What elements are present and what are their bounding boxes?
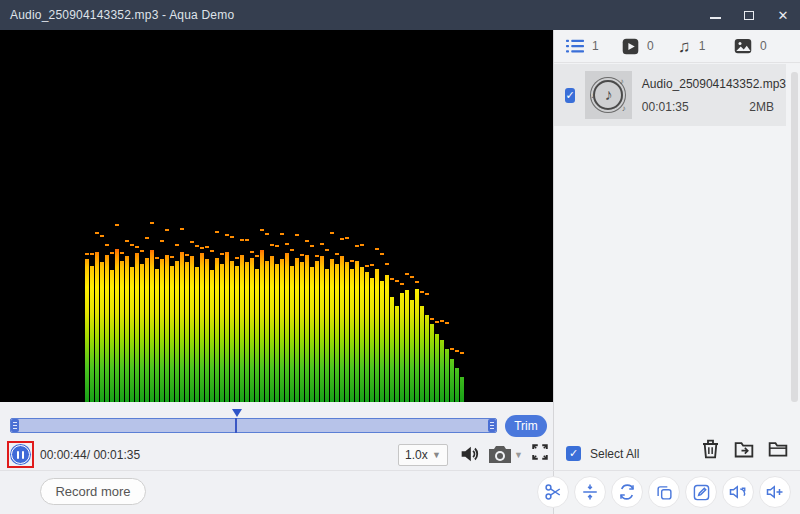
record-more-button[interactable]: Record more: [40, 478, 146, 505]
tab-audio[interactable]: ♫ 1: [678, 38, 734, 55]
playback-speed-select[interactable]: 1.0x ▼: [398, 444, 448, 466]
screenshot-button[interactable]: [488, 445, 512, 464]
peak-indicator: [345, 237, 349, 239]
copy-icon: [656, 484, 673, 501]
spectrum-bar: [255, 269, 259, 402]
spectrum-bar: [385, 275, 389, 402]
playhead-marker-icon[interactable]: [232, 409, 242, 417]
peak-indicator: [210, 250, 214, 252]
seek-track[interactable]: [10, 418, 497, 433]
spectrum-bar: [305, 255, 309, 402]
spectrum-bar: [415, 289, 419, 402]
minimize-icon[interactable]: [698, 0, 732, 30]
trim-end-handle[interactable]: [488, 419, 496, 432]
spectrum-bar: [400, 293, 404, 402]
playhead[interactable]: [235, 418, 237, 433]
duplicate-tool-button[interactable]: [648, 476, 680, 508]
tab-all[interactable]: 1: [566, 39, 622, 54]
folder-icon: [768, 439, 788, 459]
merge-tool-button[interactable]: [574, 476, 606, 508]
time-display: 00:00:44/ 00:01:35: [40, 448, 140, 462]
seek-bar[interactable]: [10, 418, 497, 433]
peak-indicator: [275, 245, 279, 247]
audio-thumbnail: ♪ ♪ ♪ ♪: [585, 71, 632, 119]
peak-indicator: [180, 228, 184, 230]
spectrum-bar: [200, 253, 204, 402]
export-button[interactable]: [734, 439, 754, 459]
pause-button[interactable]: [11, 445, 30, 464]
delete-button[interactable]: [701, 439, 720, 459]
spectrum-bar: [85, 259, 89, 402]
peak-indicator: [165, 229, 169, 231]
scissors-icon: [544, 483, 562, 501]
spectrum-bar: [140, 264, 144, 402]
spectrum-bar: [270, 256, 274, 402]
select-all-checkbox[interactable]: ✓: [566, 446, 581, 461]
peak-indicator: [105, 244, 109, 246]
file-list-item[interactable]: ✓ ♪ ♪ ♪ ♪ Audio_250904143352.mp3 00:01:3…: [554, 64, 786, 126]
peak-indicator: [460, 352, 464, 354]
camera-chevron-icon[interactable]: ▼: [514, 450, 523, 460]
fullscreen-button[interactable]: [531, 443, 549, 461]
spectrum-bar: [120, 261, 124, 402]
video-icon: [622, 38, 639, 55]
trim-button[interactable]: Trim: [505, 415, 547, 437]
panel-scrollbar[interactable]: [791, 72, 798, 402]
edit-pencil-icon: [693, 484, 710, 501]
spectrum-bar: [225, 252, 229, 402]
spectrum-bar: [420, 306, 424, 402]
music-note-icon: ♫: [678, 38, 691, 55]
peak-indicator: [265, 233, 269, 235]
spectrum-bar: [290, 266, 294, 402]
audio-convert-tool-button[interactable]: [722, 476, 754, 508]
spectrum-bar: [115, 249, 119, 402]
fullscreen-icon: [531, 443, 549, 461]
volume-button[interactable]: [458, 443, 480, 465]
spectrum-bar: [175, 261, 179, 402]
peak-indicator: [230, 236, 234, 238]
spectrum-bar: [95, 252, 99, 402]
media-tabs: 1 0 ♫ 1 0: [554, 30, 800, 63]
tab-image[interactable]: 0: [734, 38, 790, 54]
close-icon[interactable]: ✕: [766, 0, 800, 30]
tab-audio-count: 1: [699, 39, 706, 53]
spectrum-bar: [150, 250, 154, 402]
peak-indicator: [135, 246, 139, 248]
spectrum-bar: [260, 250, 264, 402]
speaker-icon: [458, 443, 480, 465]
speaker-plus-icon: [766, 483, 784, 501]
volume-boost-tool-button[interactable]: [759, 476, 791, 508]
spectrum-bar: [310, 267, 314, 402]
spectrum-bar: [245, 262, 249, 402]
peak-indicator: [430, 318, 434, 320]
peak-indicator: [400, 283, 404, 285]
spectrum-bar: [455, 368, 459, 402]
tab-image-count: 0: [760, 39, 767, 53]
spectrum-bar: [155, 269, 159, 402]
convert-tool-button[interactable]: [611, 476, 643, 508]
tab-video[interactable]: 0: [622, 38, 678, 55]
peak-indicator: [455, 350, 459, 352]
peak-indicator: [395, 280, 399, 282]
spectrum-bar: [125, 256, 129, 402]
peak-indicator: [320, 243, 324, 245]
spectrum-bar: [435, 334, 439, 402]
peak-indicator: [290, 249, 294, 251]
peak-indicator: [85, 253, 89, 255]
trim-start-handle[interactable]: [11, 419, 19, 432]
peak-indicator: [340, 238, 344, 240]
peak-indicator: [235, 257, 239, 259]
spectrum-bar: [160, 259, 164, 402]
peak-indicator: [90, 253, 94, 255]
spectrum-bar: [355, 261, 359, 402]
maximize-icon[interactable]: [732, 0, 766, 30]
preview-area: [0, 30, 553, 402]
open-folder-button[interactable]: [768, 439, 788, 459]
peak-indicator: [140, 250, 144, 252]
edit-tool-button[interactable]: [685, 476, 717, 508]
file-checkbox[interactable]: ✓: [565, 88, 575, 103]
spectrum-bar: [205, 259, 209, 402]
trim-tool-button[interactable]: [537, 476, 569, 508]
peak-indicator: [325, 249, 329, 251]
mini-note-icon: ♪: [622, 104, 626, 113]
